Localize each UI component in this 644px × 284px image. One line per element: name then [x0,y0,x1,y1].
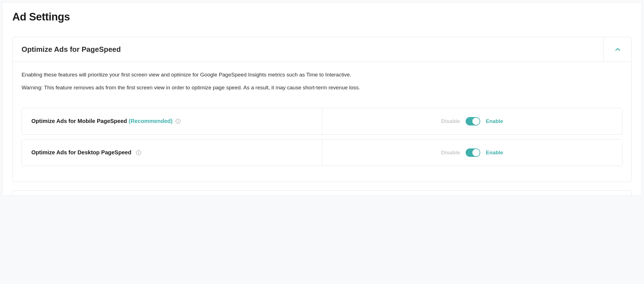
info-icon[interactable] [175,118,181,124]
setting-control-cell: Disable Enable [322,108,622,134]
svg-point-1 [178,120,178,120]
setting-label-cell: Optimize Ads for Mobile PageSpeed (Recom… [22,108,322,134]
enable-label: Enable [486,118,503,124]
card-header: Optimize Ads for PageSpeed [13,37,631,62]
svg-point-4 [138,151,139,152]
info-icon[interactable] [136,150,141,155]
setting-row-mobile: Optimize Ads for Mobile PageSpeed (Recom… [22,108,622,135]
toggle-desktop-pagespeed[interactable] [466,148,480,157]
recommended-badge: (Recommended) [129,118,173,124]
enable-label: Enable [486,150,503,156]
disable-label: Disable [441,150,460,156]
setting-row-desktop: Optimize Ads for Desktop PageSpeed Disab… [22,139,622,166]
warning-text: Warning: This feature removes ads from t… [22,83,622,92]
pagespeed-card: Optimize Ads for PageSpeed Enabling thes… [12,37,632,182]
next-card-stub [12,190,632,195]
toggle-knob [472,118,480,125]
collapse-toggle[interactable] [603,37,631,62]
setting-control-cell: Disable Enable [322,139,622,166]
card-body: Enabling these features will prioritize … [13,62,631,182]
page-container: Ad Settings Optimize Ads for PageSpeed E… [2,2,642,196]
setting-label: Optimize Ads for Mobile PageSpeed [31,118,127,124]
toggle-knob [472,149,480,156]
svg-rect-5 [138,152,139,154]
description-text: Enabling these features will prioritize … [22,70,622,79]
card-header-title: Optimize Ads for PageSpeed [13,37,603,62]
settings-list: Optimize Ads for Mobile PageSpeed (Recom… [22,108,622,166]
setting-label-cell: Optimize Ads for Desktop PageSpeed [22,139,322,166]
setting-label: Optimize Ads for Desktop PageSpeed [31,149,131,156]
page-title: Ad Settings [12,11,632,23]
toggle-mobile-pagespeed[interactable] [466,117,480,125]
disable-label: Disable [441,118,460,124]
svg-rect-2 [178,121,178,122]
chevron-up-icon [614,46,621,53]
